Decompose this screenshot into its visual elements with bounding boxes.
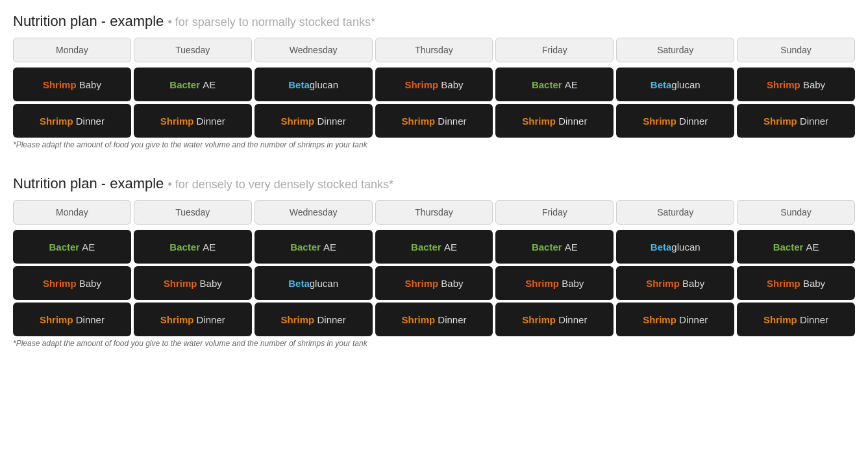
- day-header-saturday: Saturday: [616, 38, 734, 62]
- shrimp-dinner-label: Shrimp: [401, 314, 435, 325]
- dinner-label: Dinner: [197, 116, 225, 127]
- ae-label: AE: [444, 241, 457, 253]
- food-cell-betaglucan: Betaglucan: [254, 68, 373, 101]
- shrimp-dinner-label: Shrimp: [40, 314, 73, 325]
- food-cell-shrimp-dinner: Shrimp Dinner: [616, 104, 734, 138]
- bacter-label: Bacter: [532, 79, 562, 90]
- food-cell-bacter-ae: Bacter AE: [737, 230, 855, 264]
- dinner-label: Dinner: [558, 314, 587, 325]
- day-header-monday: Monday: [13, 200, 131, 225]
- baby-label: Baby: [562, 278, 584, 289]
- glucan-label: glucan: [310, 79, 338, 90]
- day-header-sunday: Sunday: [737, 38, 855, 62]
- beta-label: Beta: [651, 241, 672, 253]
- shrimp-dinner-label: Shrimp: [643, 314, 676, 325]
- food-row-0: Bacter AEBacter AEBacter AEBacter AEBact…: [13, 230, 855, 264]
- beta-label: Beta: [288, 278, 310, 289]
- food-cell-bacter-ae: Bacter AE: [134, 230, 252, 264]
- nutrition-plan-section-1: Nutrition plan - example • for densely t…: [13, 175, 855, 348]
- shrimp-dinner-label: Shrimp: [160, 314, 194, 325]
- food-cell-shrimp-dinner: Shrimp Dinner: [375, 303, 493, 336]
- food-cell-shrimp-baby: Shrimp Baby: [13, 266, 131, 300]
- shrimp-label: Shrimp: [43, 278, 77, 289]
- food-cell-bacter-ae: Bacter AE: [375, 230, 493, 264]
- bacter-label: Bacter: [773, 241, 804, 253]
- ae-label: AE: [203, 241, 216, 253]
- dinner-label: Dinner: [317, 116, 345, 127]
- shrimp-label: Shrimp: [767, 79, 800, 90]
- food-row-2: Shrimp DinnerShrimp DinnerShrimp DinnerS…: [13, 303, 855, 336]
- shrimp-dinner-label: Shrimp: [643, 116, 676, 127]
- food-row-0: Shrimp BabyBacter AEBetaglucanShrimp Bab…: [13, 68, 855, 101]
- baby-label: Baby: [441, 79, 463, 90]
- baby-label: Baby: [682, 278, 704, 289]
- shrimp-dinner-label: Shrimp: [522, 116, 556, 127]
- bacter-label: Bacter: [169, 79, 200, 90]
- dinner-label: Dinner: [197, 314, 225, 325]
- dinner-label: Dinner: [317, 314, 345, 325]
- shrimp-dinner-label: Shrimp: [160, 116, 194, 127]
- shrimp-label: Shrimp: [404, 79, 438, 90]
- shrimp-label: Shrimp: [646, 278, 680, 289]
- ae-label: AE: [565, 241, 578, 253]
- food-cell-bacter-ae: Bacter AE: [13, 230, 131, 264]
- footnote: *Please adapt the amount of food you giv…: [13, 339, 855, 348]
- food-cell-shrimp-dinner: Shrimp Dinner: [254, 104, 373, 138]
- baby-label: Baby: [803, 278, 825, 289]
- ae-label: AE: [203, 79, 216, 90]
- food-cell-bacter-ae: Bacter AE: [134, 68, 252, 101]
- food-cell-shrimp-dinner: Shrimp Dinner: [134, 303, 252, 336]
- shrimp-dinner-label: Shrimp: [763, 116, 797, 127]
- glucan-label: glucan: [671, 241, 700, 253]
- food-cell-betaglucan: Betaglucan: [616, 230, 734, 264]
- shrimp-dinner-label: Shrimp: [281, 116, 315, 127]
- ae-label: AE: [82, 241, 95, 253]
- bacter-label: Bacter: [411, 241, 441, 253]
- food-cell-shrimp-dinner: Shrimp Dinner: [13, 104, 131, 138]
- ae-label: AE: [806, 241, 819, 253]
- title-main: Nutrition plan - example: [13, 175, 164, 192]
- food-cell-shrimp-baby: Shrimp Baby: [375, 68, 493, 101]
- day-header-tuesday: Tuesday: [134, 38, 252, 62]
- food-cell-bacter-ae: Bacter AE: [495, 68, 614, 101]
- title-subtitle: • for densely to very densely stocked ta…: [167, 178, 393, 191]
- day-header-monday: Monday: [13, 38, 131, 62]
- dinner-label: Dinner: [438, 116, 466, 127]
- day-header-tuesday: Tuesday: [134, 200, 252, 225]
- food-cell-shrimp-baby: Shrimp Baby: [616, 266, 734, 300]
- dinner-label: Dinner: [76, 116, 105, 127]
- shrimp-dinner-label: Shrimp: [40, 116, 73, 127]
- title-main: Nutrition plan - example: [13, 13, 164, 29]
- food-cell-shrimp-dinner: Shrimp Dinner: [254, 303, 373, 336]
- day-header-sunday: Sunday: [737, 200, 855, 225]
- glucan-label: glucan: [671, 79, 700, 90]
- bacter-label: Bacter: [532, 241, 562, 253]
- dinner-label: Dinner: [438, 314, 466, 325]
- food-cell-shrimp-baby: Shrimp Baby: [495, 266, 614, 300]
- dinner-label: Dinner: [76, 314, 105, 325]
- section-title: Nutrition plan - example • for sparsely …: [13, 13, 855, 30]
- day-header-thursday: Thursday: [375, 38, 493, 62]
- food-cell-shrimp-dinner: Shrimp Dinner: [134, 104, 252, 138]
- beta-label: Beta: [288, 79, 310, 90]
- food-cell-shrimp-baby: Shrimp Baby: [375, 266, 493, 300]
- food-cell-shrimp-dinner: Shrimp Dinner: [616, 303, 734, 336]
- food-cell-shrimp-baby: Shrimp Baby: [13, 68, 131, 101]
- food-cell-shrimp-baby: Shrimp Baby: [737, 266, 855, 300]
- food-cell-bacter-ae: Bacter AE: [495, 230, 614, 264]
- day-header-saturday: Saturday: [616, 200, 734, 225]
- shrimp-dinner-label: Shrimp: [763, 314, 797, 325]
- section-title: Nutrition plan - example • for densely t…: [13, 175, 855, 192]
- glucan-label: glucan: [310, 278, 338, 289]
- shrimp-label: Shrimp: [43, 79, 77, 90]
- title-subtitle: • for sparsely to normally stocked tanks…: [167, 16, 375, 29]
- dinner-label: Dinner: [800, 314, 828, 325]
- food-row-1: Shrimp DinnerShrimp DinnerShrimp DinnerS…: [13, 104, 855, 138]
- day-header-friday: Friday: [495, 38, 614, 62]
- food-cell-shrimp-dinner: Shrimp Dinner: [737, 303, 855, 336]
- shrimp-dinner-label: Shrimp: [281, 314, 315, 325]
- food-cell-shrimp-dinner: Shrimp Dinner: [495, 303, 614, 336]
- baby-label: Baby: [79, 79, 101, 90]
- dinner-label: Dinner: [679, 116, 708, 127]
- shrimp-label: Shrimp: [767, 278, 800, 289]
